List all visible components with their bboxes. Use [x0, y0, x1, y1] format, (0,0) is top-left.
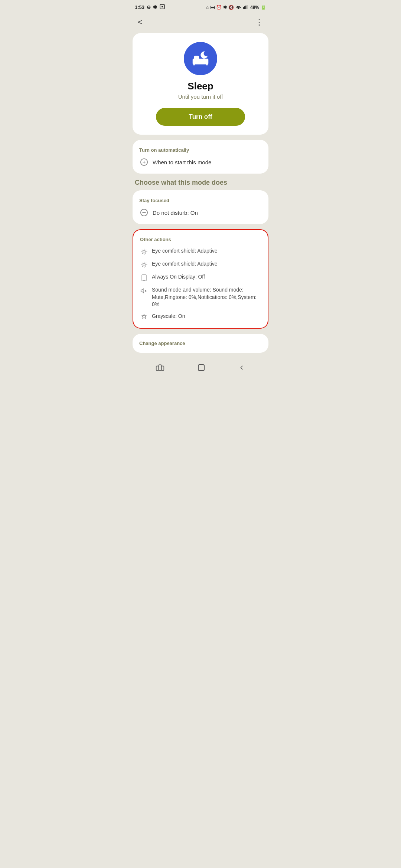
dnd-text: Do not disturb: On — [153, 210, 198, 216]
action-row-aod[interactable]: Always On Display: Off — [140, 273, 261, 282]
sleep-title: Sleep — [188, 80, 213, 92]
mute-icon: 🔇 — [228, 5, 234, 10]
signal-icon — [243, 4, 249, 10]
svg-rect-7 — [194, 56, 199, 60]
svg-line-20 — [142, 250, 143, 250]
eye-comfort-icon-2 — [140, 261, 148, 269]
wifi-icon — [235, 4, 241, 10]
action-row-eye1[interactable]: Eye comfort shield: Adaptive — [140, 247, 261, 256]
svg-line-22 — [146, 250, 146, 250]
svg-line-23 — [142, 253, 143, 254]
sound-icon — [140, 287, 148, 295]
svg-rect-33 — [142, 275, 146, 281]
svg-rect-39 — [159, 365, 161, 370]
stay-focused-label: Stay focused — [139, 198, 262, 203]
status-right: ⌂ 🛏 ⏰ ✱ 🔇 49% 🔋 — [206, 4, 266, 10]
alarm-icon: ⏰ — [216, 5, 222, 10]
auto-section-text: When to start this mode — [153, 159, 211, 165]
svg-rect-8 — [193, 64, 195, 66]
change-appearance-label: Change appearance — [139, 341, 262, 346]
time-display: 1:53 — [135, 4, 144, 10]
turn-off-button[interactable]: Turn off — [156, 108, 245, 126]
svg-rect-40 — [161, 366, 164, 370]
clock-icon — [159, 4, 165, 11]
sleep-bed-icon — [190, 48, 211, 69]
sleep-subtitle: Until you turn it off — [178, 93, 223, 100]
action-row-sound[interactable]: Sound mode and volume: Sound mode: Mute,… — [140, 286, 261, 308]
svg-line-29 — [142, 263, 143, 263]
add-schedule-icon — [139, 157, 149, 167]
aod-icon — [140, 274, 148, 282]
other-actions-label: Other actions — [140, 237, 261, 242]
bluetooth-icon: ✱ — [153, 4, 157, 10]
status-left: 1:53 ⊖ ✱ — [135, 4, 165, 11]
svg-rect-5 — [247, 5, 248, 9]
recent-apps-button[interactable] — [156, 364, 164, 371]
svg-line-32 — [142, 266, 143, 267]
svg-rect-2 — [243, 7, 244, 9]
battery-icon: 🔋 — [261, 5, 266, 10]
choose-mode-heading: Choose what this mode does — [133, 179, 268, 187]
dnd-icon — [139, 208, 149, 217]
other-actions-card: Other actions Eye comfort shield: Adapti… — [133, 229, 268, 329]
back-button[interactable]: < — [135, 16, 146, 29]
auto-section-card: Turn on automatically When to start this… — [133, 140, 268, 174]
auto-section-row[interactable]: When to start this mode — [139, 157, 262, 167]
more-options-button[interactable]: ⋮ — [252, 16, 266, 29]
back-nav-button[interactable] — [238, 364, 245, 371]
bt-icon2: ✱ — [223, 5, 227, 10]
sleep-icon-circle — [184, 42, 217, 75]
auto-section-label: Turn on automatically — [139, 147, 262, 153]
charging-icon: ⌂ — [206, 5, 209, 10]
svg-point-1 — [162, 6, 163, 7]
top-nav: < ⋮ — [128, 13, 273, 33]
action-row-eye2[interactable]: Eye comfort shield: Adaptive — [140, 260, 261, 269]
dnd-row[interactable]: Do not disturb: On — [139, 208, 262, 217]
grayscale-icon — [140, 313, 148, 321]
action-text-aod: Always On Display: Off — [152, 273, 205, 281]
svg-rect-4 — [245, 6, 247, 9]
change-appearance-card[interactable]: Change appearance — [133, 334, 268, 353]
stay-focused-card: Stay focused Do not disturb: On — [133, 190, 268, 224]
action-text-sound: Sound mode and volume: Sound mode: Mute,… — [152, 286, 261, 308]
do-not-disturb-icon: ⊖ — [147, 4, 151, 10]
svg-point-15 — [143, 251, 146, 253]
svg-marker-35 — [141, 289, 144, 293]
battery-display: 49% — [250, 5, 259, 10]
bottom-nav — [128, 358, 273, 379]
action-text-grayscale: Grayscale: On — [152, 313, 185, 320]
sleep-main-card: Sleep Until you turn it off Turn off — [133, 33, 268, 135]
svg-point-24 — [143, 264, 146, 266]
svg-rect-38 — [156, 366, 159, 370]
svg-rect-41 — [198, 365, 204, 371]
action-row-grayscale[interactable]: Grayscale: On — [140, 313, 261, 321]
eye-comfort-icon-1 — [140, 248, 148, 256]
home-button[interactable] — [197, 363, 206, 372]
action-text-eye1: Eye comfort shield: Adaptive — [152, 247, 218, 255]
action-text-eye2: Eye comfort shield: Adaptive — [152, 260, 218, 268]
status-bar: 1:53 ⊖ ✱ ⌂ 🛏 ⏰ ✱ 🔇 49% 🔋 — [128, 0, 273, 13]
svg-line-21 — [146, 253, 146, 254]
svg-line-31 — [146, 263, 146, 263]
svg-rect-9 — [206, 64, 208, 66]
svg-rect-3 — [244, 6, 245, 9]
bed-icon: 🛏 — [210, 5, 215, 10]
svg-line-30 — [146, 266, 146, 267]
